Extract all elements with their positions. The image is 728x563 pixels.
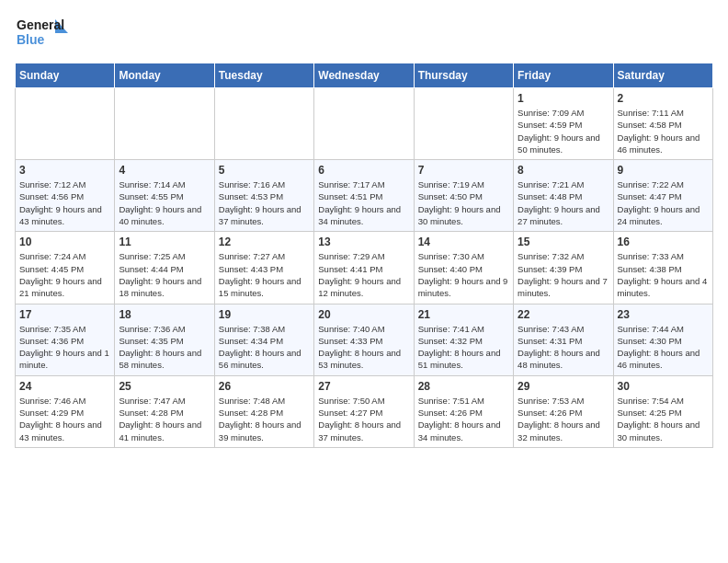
- day-info: Sunrise: 7:32 AM Sunset: 4:39 PM Dayligh…: [518, 250, 609, 299]
- day-info: Sunrise: 7:22 AM Sunset: 4:47 PM Dayligh…: [618, 178, 709, 227]
- day-info: Sunrise: 7:16 AM Sunset: 4:53 PM Dayligh…: [219, 178, 310, 227]
- day-number: 28: [418, 380, 509, 393]
- day-number: 22: [518, 308, 609, 321]
- day-number: 8: [518, 164, 609, 177]
- calendar-cell: 28Sunrise: 7:51 AM Sunset: 4:26 PM Dayli…: [414, 375, 513, 447]
- day-info: Sunrise: 7:33 AM Sunset: 4:38 PM Dayligh…: [618, 250, 709, 299]
- day-info: Sunrise: 7:48 AM Sunset: 4:28 PM Dayligh…: [219, 395, 310, 443]
- calendar-cell: 27Sunrise: 7:50 AM Sunset: 4:27 PM Dayli…: [314, 375, 414, 447]
- day-info: Sunrise: 7:12 AM Sunset: 4:56 PM Dayligh…: [19, 178, 110, 227]
- calendar-cell: 20Sunrise: 7:40 AM Sunset: 4:33 PM Dayli…: [314, 304, 414, 375]
- day-info: Sunrise: 7:36 AM Sunset: 4:35 PM Dayligh…: [119, 323, 210, 372]
- calendar-cell: [314, 88, 414, 160]
- page-header: GeneralBlue: [15, 15, 713, 52]
- calendar-cell: 12Sunrise: 7:27 AM Sunset: 4:43 PM Dayli…: [214, 232, 313, 304]
- day-number: 4: [119, 164, 210, 177]
- svg-text:Blue: Blue: [17, 32, 45, 47]
- calendar-cell: 5Sunrise: 7:16 AM Sunset: 4:53 PM Daylig…: [214, 160, 313, 232]
- day-number: 21: [418, 308, 509, 321]
- logo-svg: GeneralBlue: [15, 15, 79, 52]
- calendar-week-4: 17Sunrise: 7:35 AM Sunset: 4:36 PM Dayli…: [16, 304, 713, 375]
- svg-text:General: General: [17, 17, 64, 32]
- calendar-week-2: 3Sunrise: 7:12 AM Sunset: 4:56 PM Daylig…: [16, 160, 713, 232]
- col-header-thursday: Thursday: [414, 63, 513, 88]
- day-info: Sunrise: 7:11 AM Sunset: 4:58 PM Dayligh…: [618, 107, 709, 155]
- day-info: Sunrise: 7:50 AM Sunset: 4:27 PM Dayligh…: [318, 395, 409, 443]
- calendar-table: SundayMondayTuesdayWednesdayThursdayFrid…: [15, 63, 713, 448]
- calendar-week-1: 1Sunrise: 7:09 AM Sunset: 4:59 PM Daylig…: [16, 88, 713, 160]
- calendar-cell: 26Sunrise: 7:48 AM Sunset: 4:28 PM Dayli…: [214, 375, 313, 447]
- calendar-cell: [115, 88, 214, 160]
- col-header-friday: Friday: [514, 63, 613, 88]
- day-info: Sunrise: 7:38 AM Sunset: 4:34 PM Dayligh…: [219, 323, 310, 372]
- day-number: 11: [119, 236, 210, 248]
- calendar-cell: 9Sunrise: 7:22 AM Sunset: 4:47 PM Daylig…: [613, 160, 712, 232]
- day-info: Sunrise: 7:35 AM Sunset: 4:36 PM Dayligh…: [19, 323, 110, 372]
- calendar-cell: 30Sunrise: 7:54 AM Sunset: 4:25 PM Dayli…: [613, 375, 712, 447]
- col-header-wednesday: Wednesday: [314, 63, 414, 88]
- day-number: 13: [318, 236, 409, 248]
- day-number: 5: [219, 164, 310, 177]
- day-info: Sunrise: 7:43 AM Sunset: 4:31 PM Dayligh…: [518, 323, 609, 372]
- col-header-saturday: Saturday: [613, 63, 712, 88]
- day-number: 26: [219, 380, 310, 393]
- day-number: 15: [518, 236, 609, 248]
- day-number: 16: [618, 236, 709, 248]
- day-info: Sunrise: 7:46 AM Sunset: 4:29 PM Dayligh…: [19, 395, 110, 443]
- day-info: Sunrise: 7:53 AM Sunset: 4:26 PM Dayligh…: [518, 395, 609, 443]
- day-number: 10: [19, 236, 110, 248]
- logo: GeneralBlue: [15, 15, 79, 52]
- day-number: 6: [318, 164, 409, 177]
- calendar-cell: 16Sunrise: 7:33 AM Sunset: 4:38 PM Dayli…: [613, 232, 712, 304]
- day-info: Sunrise: 7:30 AM Sunset: 4:40 PM Dayligh…: [418, 250, 509, 299]
- calendar-cell: 4Sunrise: 7:14 AM Sunset: 4:55 PM Daylig…: [115, 160, 214, 232]
- calendar-cell: 14Sunrise: 7:30 AM Sunset: 4:40 PM Dayli…: [414, 232, 513, 304]
- calendar-cell: 21Sunrise: 7:41 AM Sunset: 4:32 PM Dayli…: [414, 304, 513, 375]
- day-info: Sunrise: 7:40 AM Sunset: 4:33 PM Dayligh…: [318, 323, 409, 372]
- calendar-cell: 18Sunrise: 7:36 AM Sunset: 4:35 PM Dayli…: [115, 304, 214, 375]
- calendar-cell: 6Sunrise: 7:17 AM Sunset: 4:51 PM Daylig…: [314, 160, 414, 232]
- col-header-sunday: Sunday: [16, 63, 115, 88]
- day-info: Sunrise: 7:09 AM Sunset: 4:59 PM Dayligh…: [518, 107, 609, 155]
- day-info: Sunrise: 7:24 AM Sunset: 4:45 PM Dayligh…: [19, 250, 110, 299]
- day-number: 2: [618, 92, 709, 105]
- day-info: Sunrise: 7:21 AM Sunset: 4:48 PM Dayligh…: [518, 178, 609, 227]
- calendar-cell: 24Sunrise: 7:46 AM Sunset: 4:29 PM Dayli…: [16, 375, 115, 447]
- day-number: 9: [618, 164, 709, 177]
- day-number: 14: [418, 236, 509, 248]
- col-header-tuesday: Tuesday: [214, 63, 313, 88]
- day-info: Sunrise: 7:47 AM Sunset: 4:28 PM Dayligh…: [119, 395, 210, 443]
- day-info: Sunrise: 7:54 AM Sunset: 4:25 PM Dayligh…: [618, 395, 709, 443]
- day-info: Sunrise: 7:17 AM Sunset: 4:51 PM Dayligh…: [318, 178, 409, 227]
- calendar-week-3: 10Sunrise: 7:24 AM Sunset: 4:45 PM Dayli…: [16, 232, 713, 304]
- day-number: 18: [119, 308, 210, 321]
- calendar-cell: [214, 88, 313, 160]
- day-number: 20: [318, 308, 409, 321]
- day-number: 17: [19, 308, 110, 321]
- day-info: Sunrise: 7:51 AM Sunset: 4:26 PM Dayligh…: [418, 395, 509, 443]
- calendar-cell: [414, 88, 513, 160]
- col-header-monday: Monday: [115, 63, 214, 88]
- day-number: 19: [219, 308, 310, 321]
- calendar-cell: 19Sunrise: 7:38 AM Sunset: 4:34 PM Dayli…: [214, 304, 313, 375]
- day-number: 3: [19, 164, 110, 177]
- day-info: Sunrise: 7:41 AM Sunset: 4:32 PM Dayligh…: [418, 323, 509, 372]
- day-info: Sunrise: 7:14 AM Sunset: 4:55 PM Dayligh…: [119, 178, 210, 227]
- day-number: 1: [518, 92, 609, 105]
- day-number: 23: [618, 308, 709, 321]
- calendar-cell: 17Sunrise: 7:35 AM Sunset: 4:36 PM Dayli…: [16, 304, 115, 375]
- calendar-cell: 8Sunrise: 7:21 AM Sunset: 4:48 PM Daylig…: [514, 160, 613, 232]
- day-number: 30: [618, 380, 709, 393]
- calendar-cell: 22Sunrise: 7:43 AM Sunset: 4:31 PM Dayli…: [514, 304, 613, 375]
- calendar-cell: 3Sunrise: 7:12 AM Sunset: 4:56 PM Daylig…: [16, 160, 115, 232]
- calendar-cell: 11Sunrise: 7:25 AM Sunset: 4:44 PM Dayli…: [115, 232, 214, 304]
- calendar-cell: 13Sunrise: 7:29 AM Sunset: 4:41 PM Dayli…: [314, 232, 414, 304]
- calendar-cell: [16, 88, 115, 160]
- day-number: 24: [19, 380, 110, 393]
- calendar-cell: 2Sunrise: 7:11 AM Sunset: 4:58 PM Daylig…: [613, 88, 712, 160]
- day-number: 27: [318, 380, 409, 393]
- calendar-cell: 15Sunrise: 7:32 AM Sunset: 4:39 PM Dayli…: [514, 232, 613, 304]
- day-number: 29: [518, 380, 609, 393]
- day-info: Sunrise: 7:25 AM Sunset: 4:44 PM Dayligh…: [119, 250, 210, 299]
- day-info: Sunrise: 7:27 AM Sunset: 4:43 PM Dayligh…: [219, 250, 310, 299]
